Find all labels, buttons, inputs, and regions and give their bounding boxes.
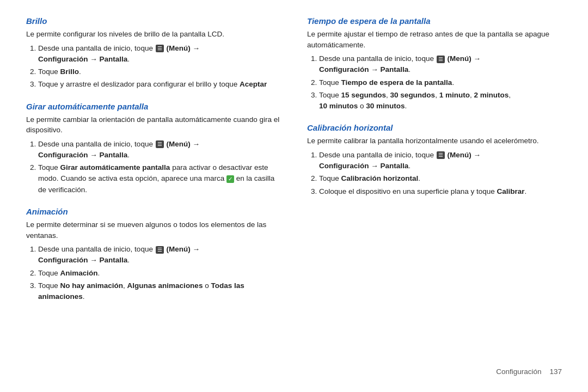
brillo-step-1: Desde una pantalla de inicio, toque ☰ (M… [38,43,281,65]
checkmark-icon: ✓ [226,175,234,183]
brillo-desc: Le permite configurar los niveles de bri… [26,29,281,40]
brillo-step1-text: Desde una pantalla de inicio, toque [38,44,155,52]
section-tiempo: Tiempo de espera de la pantalla Le permi… [307,16,562,113]
brillo-step3-text: Toque y arrastre el deslizador para conf… [38,80,267,88]
columns: Brillo Le permite configurar los niveles… [26,16,562,362]
section-animacion: Animación Le permite determinar si se mu… [26,207,281,304]
page: Brillo Le permite configurar los niveles… [0,0,588,392]
calibracion-title: Calibración horizontal [307,123,562,132]
menu-icon-4: ☰ [437,56,445,63]
animacion-step1-text: Desde una pantalla de inicio, toque [38,245,155,253]
animacion-step1-dot: . [127,256,130,264]
girar-step-1: Desde una pantalla de inicio, toque ☰ (M… [38,139,281,161]
tiempo-step2-text: Toque Tiempo de espera de la pantalla. [319,78,454,87]
animacion-step1-config: Configuración → Pantalla [38,256,127,264]
brillo-step-2: Toque Brillo. [38,66,281,77]
calibracion-step1-menu: (Menú) → [447,151,481,159]
calibracion-steps: Desde una pantalla de inicio, toque ☰ (M… [307,150,562,197]
animacion-step-2: Toque Animación. [38,268,281,279]
tiempo-step1-menu: (Menú) → [447,54,481,63]
calibracion-step1-text: Desde una pantalla de inicio, toque [319,151,436,159]
menu-icon-5: ☰ [437,151,445,159]
tiempo-step-3: Toque 15 segundos, 30 segundos, 1 minuto… [319,90,562,112]
animacion-step1-menu: (Menú) → [166,245,200,253]
brillo-title: Brillo [26,16,281,26]
brillo-step-3: Toque y arrastre el deslizador para conf… [38,79,281,90]
brillo-step1-config: Configuración → Pantalla [38,55,127,63]
girar-step1-menu: (Menú) → [166,140,200,148]
animacion-step-1: Desde una pantalla de inicio, toque ☰ (M… [38,244,281,266]
brillo-step2-text: Toque Brillo. [38,68,81,76]
brillo-step1-dot: . [127,55,130,63]
menu-icon: ☰ [156,45,164,52]
calibracion-step1-dot: . [408,162,411,170]
tiempo-step1-text: Desde una pantalla de inicio, toque [319,54,436,63]
menu-icon-2: ☰ [156,140,164,148]
tiempo-steps: Desde una pantalla de inicio, toque ☰ (M… [307,53,562,112]
tiempo-desc: Le permite ajustar el tiempo de retraso … [307,29,562,50]
girar-steps: Desde una pantalla de inicio, toque ☰ (M… [26,139,281,195]
footer-label: Configuración [496,367,541,376]
animacion-title: Animación [26,207,281,216]
section-brillo: Brillo Le permite configurar los niveles… [26,16,281,92]
calibracion-step1-config: Configuración → Pantalla [319,162,408,170]
brillo-steps: Desde una pantalla de inicio, toque ☰ (M… [26,43,281,90]
animacion-steps: Desde una pantalla de inicio, toque ☰ (M… [26,244,281,302]
menu-icon-3: ☰ [156,246,164,254]
animacion-step-3: Toque No hay animación, Algunas animacio… [38,280,281,303]
footer-page: 137 [549,367,562,376]
girar-step2-text: Toque Girar automáticamente pantalla par… [38,163,274,194]
animacion-desc: Le permite determinar si se mueven algun… [26,219,281,241]
girar-step1-config: Configuración → Pantalla [38,151,127,159]
tiempo-step3-text: Toque 15 segundos, 30 segundos, 1 minuto… [319,91,511,110]
section-girar: Girar automáticamente pantalla Le permit… [26,102,281,197]
tiempo-step1-dot: . [408,65,411,74]
calibracion-step2-text: Toque Calibración horizontal. [319,174,420,182]
tiempo-step-2: Toque Tiempo de espera de la pantalla. [319,77,562,88]
section-calibracion: Calibración horizontal Le permite calibr… [307,123,562,199]
girar-step-2: Toque Girar automáticamente pantalla par… [38,162,281,195]
calibracion-desc: Le permite calibrar la pantalla horizont… [307,136,562,146]
tiempo-title: Tiempo de espera de la pantalla [307,16,562,26]
girar-desc: Le permite cambiar la orientación de pan… [26,114,281,136]
calibracion-step-1: Desde una pantalla de inicio, toque ☰ (M… [319,150,562,172]
girar-step1-dot: . [127,151,130,159]
right-column: Tiempo de espera de la pantalla Le permi… [307,16,562,362]
left-column: Brillo Le permite configurar los niveles… [26,16,281,362]
brillo-step1-menu: (Menú) → [166,44,200,52]
calibracion-step3-text: Coloque el dispositivo en una superficie… [319,187,526,195]
calibracion-step-3: Coloque el dispositivo en una superficie… [319,186,562,197]
girar-title: Girar automáticamente pantalla [26,102,281,111]
footer: Configuración 137 [26,362,562,376]
tiempo-step-1: Desde una pantalla de inicio, toque ☰ (M… [319,53,562,76]
footer-spacer [541,367,549,376]
calibracion-step-2: Toque Calibración horizontal. [319,173,562,184]
animacion-step2-text: Toque Animación. [38,269,100,277]
girar-step1-text: Desde una pantalla de inicio, toque [38,140,155,148]
animacion-step3-text: Toque No hay animación, Algunas animacio… [38,281,244,301]
tiempo-step1-config: Configuración → Pantalla [319,65,408,74]
